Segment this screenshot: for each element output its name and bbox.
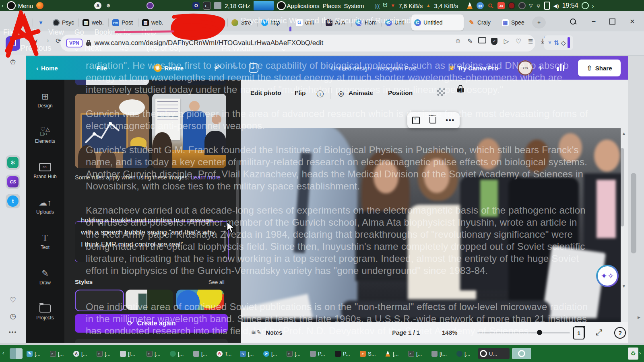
panel-scrollbar[interactable] (236, 160, 239, 263)
browser-tab[interactable]: onli (293, 14, 322, 31)
purple-bar-extension-icon[interactable] (568, 37, 570, 48)
undo-button[interactable]: ↶ (214, 63, 221, 73)
canvas-photo[interactable] (241, 128, 621, 339)
taskbar-window[interactable]: [... (407, 348, 429, 359)
zoom-slider-track[interactable] (477, 332, 570, 333)
browser-tab[interactable]: Hom (353, 14, 382, 31)
delete-trash-icon[interactable] (429, 117, 436, 123)
fullscreen-icon[interactable]: ⤢ (596, 328, 602, 337)
taskbar-window[interactable]: ∿[... (238, 348, 260, 359)
taskbar-window[interactable]: [... (383, 348, 405, 359)
design-title[interactable]: Untitled design - Instagram Post (331, 65, 417, 72)
home-button[interactable]: ‹ Home (36, 65, 58, 72)
info-icon[interactable]: ⓘ (316, 89, 324, 99)
more-dots-icon[interactable]: ••• (6, 325, 20, 339)
cs-icon[interactable]: CS (6, 175, 20, 189)
mpx-icon[interactable]: Ꮹ (487, 2, 494, 9)
taskbar-window[interactable]: [f... (118, 348, 143, 359)
sidebar-item-design[interactable]: ⊞ Design (26, 84, 64, 116)
style-thumb-photo[interactable] (126, 290, 173, 310)
generated-image-thumb[interactable] (75, 80, 149, 85)
more-options-icon[interactable]: ••• (446, 117, 455, 124)
lock-icon[interactable] (457, 87, 464, 94)
chatgpt-icon[interactable]: ✻ (6, 155, 20, 170)
zoom-slider-handle[interactable] (537, 330, 542, 335)
help-button[interactable]: ? (614, 327, 626, 339)
generated-image-thumb-cartoon[interactable] (75, 94, 149, 168)
search-tabs-button[interactable] (567, 16, 579, 27)
box-extension-icon[interactable]: ◇ (561, 39, 566, 47)
canvas-scroll-down-icon[interactable]: ▼ (622, 284, 626, 288)
zoom-level[interactable]: 148% (442, 329, 457, 336)
taskbar-window[interactable]: [... (145, 348, 167, 359)
taskbar-window-highlighted[interactable] (512, 348, 531, 359)
mic-icon[interactable] (518, 2, 526, 9)
history-clock-icon[interactable]: ◷ (6, 309, 20, 323)
start-over-button[interactable]: Start over (75, 339, 228, 343)
clock[interactable]: 19:54 (562, 2, 578, 9)
taskbar-window[interactable]: ◴T... (215, 348, 237, 359)
taskbar-window[interactable]: P... (333, 348, 357, 359)
edit-photo-button[interactable]: Edit photo (250, 89, 281, 97)
browser-tab[interactable]: Craiy (465, 14, 494, 31)
browser-tab[interactable]: http (258, 14, 287, 31)
browser-tab-active[interactable]: Untitled (411, 14, 464, 31)
system-menu[interactable]: System (344, 2, 364, 9)
insights-bars-icon[interactable] (557, 64, 564, 71)
close-button[interactable]: ✕ (626, 16, 638, 27)
menu-button[interactable]: Menu (7, 1, 33, 10)
taskbar-window[interactable]: ⌕S... (358, 348, 382, 359)
firefox-icon[interactable] (36, 2, 43, 9)
taskbar-window[interactable]: P... (308, 348, 332, 359)
edit-page-icon[interactable]: ✎ (465, 37, 475, 45)
canvas-scroll-up-icon[interactable]: ▲ (622, 131, 626, 136)
browser-tab[interactable]: web. (80, 14, 109, 31)
redo-button[interactable]: ↷ (231, 63, 238, 73)
add-member-button[interactable]: + (538, 62, 543, 74)
browser-tab[interactable]: AI A (323, 14, 352, 31)
taskbar-back-chevron[interactable]: ‹ (2, 350, 4, 356)
badge-53-icon[interactable]: .53 (497, 2, 505, 9)
places-menu[interactable]: Places (322, 2, 341, 9)
prompt-textarea[interactable]: holding a booklet and pointing to a pass… (75, 221, 229, 262)
pages-view-button[interactable]: 1 (573, 327, 584, 339)
new-tab-button[interactable]: + (532, 16, 546, 29)
browser-tab[interactable]: Stre (229, 14, 258, 31)
avatar[interactable]: ꔮꔮ (518, 60, 533, 76)
opera-icon[interactable]: O (192, 2, 200, 9)
resize-button[interactable]: ♛ Resize (154, 64, 184, 72)
style-thumb-none[interactable] (75, 290, 124, 311)
minimize-button[interactable]: – (588, 16, 600, 27)
vpin-extension-icon[interactable]: ♆ (547, 39, 552, 46)
heart-icon[interactable]: ♡ (6, 293, 20, 307)
taskbar-window[interactable]: A[... (72, 348, 94, 359)
battery-icon[interactable] (544, 2, 550, 10)
scroll-arrow-icon[interactable]: ▶ (638, 315, 640, 319)
power-icon[interactable] (582, 2, 589, 9)
page-indicator[interactable]: Page 1 / 1 (392, 329, 420, 336)
taskbar-window[interactable]: ➤[... (262, 348, 284, 359)
wifi-white-icon[interactable]: ▽ (529, 3, 533, 8)
position-button[interactable]: Position (388, 89, 413, 97)
restore-button[interactable] (606, 16, 618, 27)
sidebar-item-uploads[interactable]: ☁↑ Uploads (26, 191, 64, 222)
volume-icon[interactable]: ◀) (553, 3, 559, 9)
qbittorrent-icon[interactable]: qb (477, 2, 484, 9)
textarea-scrollbar[interactable] (224, 230, 226, 251)
trash-applet-icon[interactable]: ♻ (628, 348, 638, 360)
browser-tab[interactable]: Psyc (50, 14, 79, 31)
file-menu[interactable]: File (97, 65, 107, 72)
sidebar-item-brand-hub[interactable]: co. Brand Hub (26, 155, 64, 187)
applications-menu[interactable]: Applications (277, 1, 320, 10)
panel-back-chevron[interactable]: ‹ (2, 2, 4, 9)
flip-button[interactable]: Flip (295, 89, 306, 97)
taskbar-window-active[interactable]: U... (478, 348, 510, 359)
bell-icon[interactable]: 🜃 (536, 3, 541, 9)
taskbar-window[interactable]: ✎[... (25, 348, 47, 359)
try-pro-button[interactable]: ♛ Try Canva Pro (449, 64, 498, 72)
reading-list-icon[interactable]: ≣ (525, 37, 536, 45)
generated-image-thumb-photo[interactable] (152, 94, 226, 168)
magic-assistant-button[interactable]: ✦✧ (596, 265, 619, 287)
terminal-icon[interactable]: ›_ (203, 2, 211, 10)
animate-button[interactable]: Animate (349, 89, 373, 97)
